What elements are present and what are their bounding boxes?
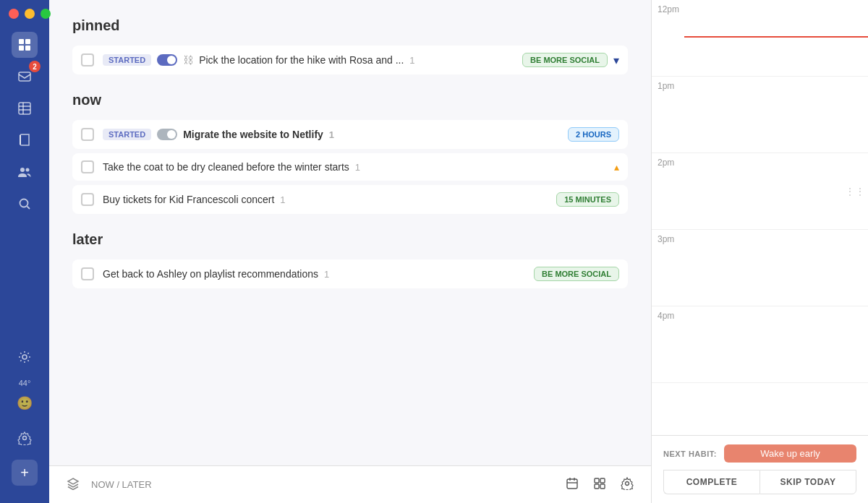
pinned-title: pinned: [72, 17, 628, 34]
temperature-label: 44°: [19, 379, 31, 387]
time-label: 12pm: [652, 0, 684, 14]
svg-line-19: [20, 353, 21, 353]
toggle-switch[interactable]: [157, 129, 177, 140]
task-count: 1: [409, 55, 414, 66]
task-row[interactable]: STARTED ⛓ Pick the location for the hike…: [72, 46, 628, 74]
habit-row: NEXT HABIT: Wake up early: [663, 444, 856, 463]
sidebar: 2: [0, 0, 49, 503]
time-label: 2pm: [652, 153, 684, 168]
svg-rect-5: [19, 103, 30, 114]
task-row[interactable]: Buy tickets for Kid Francescoli concert …: [72, 185, 628, 214]
svg-rect-3: [25, 46, 30, 51]
task-tag: BE MORE SOCIAL: [534, 267, 619, 281]
later-title: later: [72, 231, 628, 248]
task-count: 1: [355, 162, 360, 173]
task-checkbox[interactable]: [81, 160, 94, 173]
task-row[interactable]: STARTED Migrate the website to Netlify 1…: [72, 120, 628, 149]
habit-label: NEXT HABIT:: [663, 450, 717, 458]
task-tag: BE MORE SOCIAL: [522, 53, 608, 67]
habit-name: Wake up early: [724, 444, 856, 463]
toggle-switch[interactable]: [157, 54, 177, 66]
time-slot-4pm: 4pm: [652, 306, 868, 383]
complete-button[interactable]: COMPLETE: [663, 470, 760, 494]
habit-section: NEXT HABIT: Wake up early COMPLETE SKIP …: [652, 435, 868, 503]
svg-point-11: [26, 168, 30, 172]
toolbar-title: NOW / LATER: [91, 479, 557, 490]
current-time-indicator: [684, 36, 868, 38]
time-slot-2pm: 2pm ⋮⋮: [652, 153, 868, 230]
sidebar-item-book[interactable]: [12, 127, 38, 153]
pinned-section: pinned STARTED ⛓ Pick the location for t…: [72, 17, 628, 74]
now-section: now STARTED Migrate the website to Netli…: [72, 92, 628, 214]
sidebar-bottom: 44° 🙂 +: [12, 344, 38, 503]
task-row[interactable]: Take the coat to be dry cleaned before t…: [72, 153, 628, 181]
sidebar-item-search[interactable]: [12, 191, 38, 217]
sidebar-item-settings[interactable]: [12, 425, 38, 451]
svg-rect-30: [600, 478, 605, 483]
svg-point-14: [22, 355, 27, 359]
time-slot-12pm: 12pm: [652, 0, 868, 77]
inbox-badge: 2: [29, 61, 41, 72]
task-checkbox[interactable]: [81, 128, 94, 141]
skip-today-button[interactable]: SKIP TODAY: [760, 470, 856, 494]
svg-point-33: [626, 481, 629, 485]
layers-icon: [64, 474, 82, 496]
minimize-button[interactable]: [25, 9, 35, 19]
svg-line-21: [20, 360, 21, 361]
task-text: Pick the location for the hike with Rosa…: [199, 54, 516, 66]
calendar-time-slots: 12pm 1pm 2pm ⋮⋮ 3pm 4pm: [652, 0, 868, 435]
right-panel: 12pm 1pm 2pm ⋮⋮ 3pm 4pm NEXT HABIT: Wake…: [651, 0, 868, 503]
chevron-down-icon[interactable]: ▾: [613, 53, 619, 67]
sidebar-item-people[interactable]: [12, 159, 38, 185]
sidebar-item-emoji[interactable]: 🙂: [12, 390, 38, 416]
status-badge: STARTED: [103, 129, 151, 140]
svg-rect-29: [595, 478, 599, 483]
main-content: pinned STARTED ⛓ Pick the location for t…: [49, 0, 651, 503]
time-label: 4pm: [652, 306, 684, 321]
task-text: Migrate the website to Netlify 1: [183, 129, 562, 140]
calendar-icon[interactable]: [563, 474, 582, 496]
time-slot-1pm: 1pm: [652, 77, 868, 153]
toolbar-actions: [563, 474, 637, 496]
task-row[interactable]: Get back to Ashley on playlist recommend…: [72, 259, 628, 288]
time-label: 1pm: [652, 77, 684, 91]
chevron-up-icon[interactable]: ▴: [614, 161, 619, 173]
sidebar-item-table[interactable]: [12, 95, 38, 121]
maximize-button[interactable]: [41, 9, 51, 19]
task-checkbox[interactable]: [81, 193, 94, 206]
svg-point-12: [20, 199, 28, 207]
close-button[interactable]: [9, 9, 19, 19]
task-text: Get back to Ashley on playlist recommend…: [103, 268, 528, 280]
later-section: later Get back to Ashley on playlist rec…: [72, 231, 628, 288]
grid-view-icon[interactable]: [590, 474, 609, 496]
sidebar-item-grid[interactable]: [12, 32, 38, 58]
task-tag: 2 HOURS: [568, 127, 619, 142]
task-count: 1: [329, 129, 334, 140]
svg-rect-31: [595, 484, 599, 489]
link-icon: ⛓: [183, 54, 193, 66]
svg-rect-2: [19, 46, 24, 51]
sidebar-item-add[interactable]: +: [12, 460, 38, 486]
sidebar-item-inbox[interactable]: 2: [12, 64, 38, 90]
task-checkbox[interactable]: [81, 267, 94, 280]
svg-point-23: [23, 437, 27, 440]
task-text: Buy tickets for Kid Francescoli concert …: [103, 194, 550, 205]
traffic-lights: [9, 9, 51, 19]
svg-rect-1: [25, 39, 30, 44]
svg-line-20: [27, 360, 28, 361]
status-badge: STARTED: [103, 54, 151, 66]
task-text: Take the coat to be dry cleaned before t…: [103, 161, 608, 173]
settings-gear-icon[interactable]: [618, 474, 637, 496]
svg-marker-24: [68, 478, 78, 484]
time-label: 3pm: [652, 230, 684, 244]
svg-rect-0: [19, 39, 24, 44]
sidebar-item-weather[interactable]: [12, 344, 38, 370]
task-list-area: pinned STARTED ⛓ Pick the location for t…: [49, 0, 651, 465]
drag-handle-icon[interactable]: ⋮⋮: [842, 183, 868, 200]
svg-line-22: [27, 353, 28, 353]
task-tag: 15 MINUTES: [556, 192, 619, 207]
svg-line-13: [27, 207, 30, 210]
svg-rect-4: [19, 72, 30, 81]
task-count: 1: [280, 194, 285, 205]
task-checkbox[interactable]: [81, 53, 94, 66]
